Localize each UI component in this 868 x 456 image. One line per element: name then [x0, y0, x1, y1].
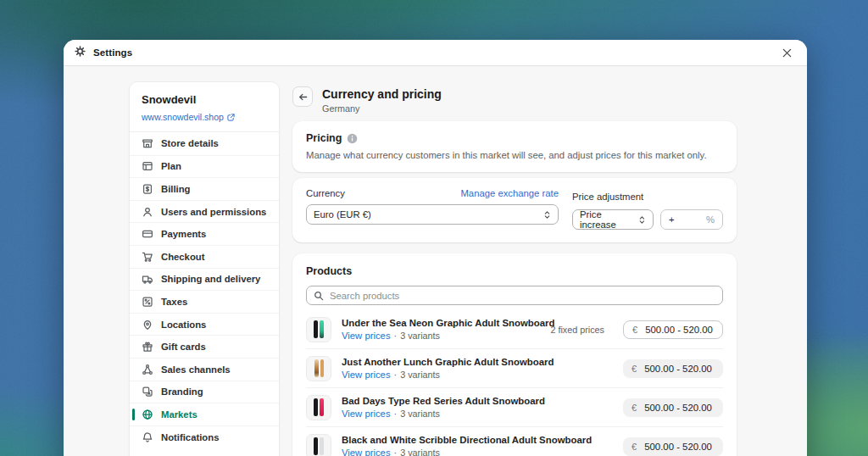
close-button[interactable] — [777, 43, 796, 62]
sidebar-item-label: Shipping and delivery — [161, 274, 260, 284]
sidebar-item-label: Billing — [161, 184, 191, 194]
product-row: Black and White Scribble Directional Adu… — [306, 426, 723, 456]
price-adjustment-select[interactable]: Price increase — [572, 209, 654, 230]
price-adjustment-value: Price increase — [580, 209, 638, 230]
pricing-title: Pricing — [306, 132, 342, 144]
gift-icon — [142, 341, 153, 353]
search-input[interactable] — [330, 291, 715, 301]
price-value: 500.00 - 520.00 — [644, 442, 712, 452]
pricing-card: Pricing Manage what currency customers i… — [292, 121, 737, 172]
products-card: Products Under the Sea Neon Graphic A — [292, 253, 737, 456]
sidebar-item-taxes[interactable]: Taxes — [130, 290, 279, 313]
branding-icon — [142, 386, 153, 398]
sidebar-item-label: Notifications — [161, 432, 219, 442]
sidebar-item-shipping-and-delivery[interactable]: Shipping and delivery — [130, 268, 279, 291]
page-subtitle: Germany — [322, 103, 442, 114]
store-header: Snowdevil www.snowdevil.shop — [130, 82, 279, 132]
price-value: 500.00 - 520.00 — [645, 325, 713, 335]
product-thumbnail — [306, 434, 331, 456]
search-icon — [314, 291, 324, 301]
view-prices-link[interactable]: View prices — [342, 370, 391, 380]
sidebar-item-locations[interactable]: Locations — [130, 313, 279, 336]
sidebar-item-label: Locations — [161, 320, 206, 330]
globe-icon — [142, 409, 153, 420]
products-title: Products — [306, 265, 723, 277]
variant-count: 3 variants — [400, 331, 440, 341]
sidebar-item-markets[interactable]: Markets — [130, 403, 279, 425]
settings-sidebar: Snowdevil www.snowdevil.shop Store detai… — [129, 81, 280, 456]
modal-title: Settings — [93, 47, 132, 58]
select-updown-icon — [543, 210, 551, 220]
external-link-icon — [227, 114, 235, 121]
user-icon — [142, 206, 153, 218]
product-title: Bad Days Type Red Series Adult Snowboard — [342, 396, 545, 406]
sidebar-item-label: Branding — [161, 386, 203, 397]
fixed-prices-note: 2 fixed prices — [550, 325, 604, 335]
page-header: Currency and pricing Germany — [292, 86, 737, 114]
price-display: € 500.00 - 520.00 — [623, 359, 723, 378]
product-search[interactable] — [306, 286, 723, 305]
sidebar-item-label: Checkout — [161, 252, 204, 262]
price-display: € 500.00 - 520.00 — [623, 437, 723, 456]
product-row: Under the Sea Neon Graphic Adult Snowboa… — [306, 310, 723, 348]
adjustment-prefix: + — [669, 214, 675, 225]
sidebar-item-checkout[interactable]: Checkout — [130, 245, 279, 268]
percent-icon — [142, 296, 153, 308]
billing-icon — [142, 183, 153, 195]
pin-icon — [142, 319, 153, 331]
plan-icon — [142, 160, 153, 172]
desktop-background: Settings Snowdevil www.snowdevil.shop — [0, 0, 868, 456]
sidebar-item-gift-cards[interactable]: Gift cards — [130, 335, 279, 358]
adjustment-suffix: % — [706, 214, 715, 225]
currency-symbol: € — [632, 364, 637, 374]
product-row: Bad Days Type Red Series Adult Snowboard… — [306, 387, 723, 426]
close-icon — [782, 48, 792, 58]
settings-modal: Settings Snowdevil www.snowdevil.shop — [64, 40, 807, 456]
currency-label: Currency — [306, 188, 345, 198]
view-prices-link[interactable]: View prices — [342, 331, 391, 341]
sidebar-item-label: Markets — [161, 409, 198, 420]
storefront-icon — [142, 137, 153, 149]
store-url-text: www.snowdevil.shop — [142, 112, 224, 122]
view-prices-link[interactable]: View prices — [342, 409, 391, 419]
sidebar-item-sales-channels[interactable]: Sales channels — [130, 358, 279, 381]
store-url-link[interactable]: www.snowdevil.shop — [142, 112, 267, 122]
price-adjustment-input[interactable]: + % — [660, 209, 723, 230]
price-input[interactable]: € 500.00 - 520.00 — [623, 320, 723, 339]
currency-symbol: € — [632, 325, 637, 335]
sidebar-item-label: Taxes — [161, 297, 187, 307]
sidebar-item-label: Users and permissions — [161, 207, 266, 217]
network-icon — [142, 364, 153, 375]
product-thumbnail — [306, 317, 331, 342]
currency-symbol: € — [632, 403, 637, 413]
back-button[interactable] — [292, 86, 313, 107]
sidebar-item-notifications[interactable]: Notifications — [130, 425, 279, 448]
view-prices-link[interactable]: View prices — [342, 448, 391, 456]
sidebar-item-store-details[interactable]: Store details — [130, 132, 279, 155]
product-thumbnail — [306, 395, 331, 420]
manage-exchange-rate-link[interactable]: Manage exchange rate — [460, 188, 559, 198]
credit-card-icon — [142, 228, 153, 240]
pricing-controls-card: Currency Manage exchange rate Euro (EUR … — [292, 178, 737, 242]
product-title: Under the Sea Neon Graphic Adult Snowboa… — [342, 318, 530, 328]
cart-icon — [142, 251, 153, 263]
variant-count: 3 variants — [400, 448, 440, 456]
price-adjustment-label: Price adjustment — [572, 192, 643, 202]
sidebar-item-billing[interactable]: Billing — [130, 177, 279, 200]
sidebar-item-payments[interactable]: Payments — [130, 222, 279, 245]
sidebar-item-label: Gift cards — [161, 342, 206, 352]
pricing-description: Manage what currency customers in this m… — [306, 150, 723, 160]
page-title: Currency and pricing — [322, 87, 442, 101]
sidebar-item-label: Payments — [161, 229, 206, 239]
sidebar-item-branding[interactable]: Branding — [130, 381, 279, 403]
sidebar-item-users-and-permissions[interactable]: Users and permissions — [130, 200, 279, 223]
price-display: € 500.00 - 520.00 — [623, 398, 723, 417]
sidebar-item-label: Plan — [161, 161, 181, 171]
bell-icon — [142, 431, 153, 443]
currency-symbol: € — [632, 442, 637, 452]
currency-select-value: Euro (EUR €) — [314, 209, 371, 220]
variant-count: 3 variants — [400, 409, 440, 419]
select-updown-icon — [638, 215, 646, 225]
currency-select[interactable]: Euro (EUR €) — [306, 204, 559, 225]
sidebar-item-plan[interactable]: Plan — [130, 155, 279, 178]
